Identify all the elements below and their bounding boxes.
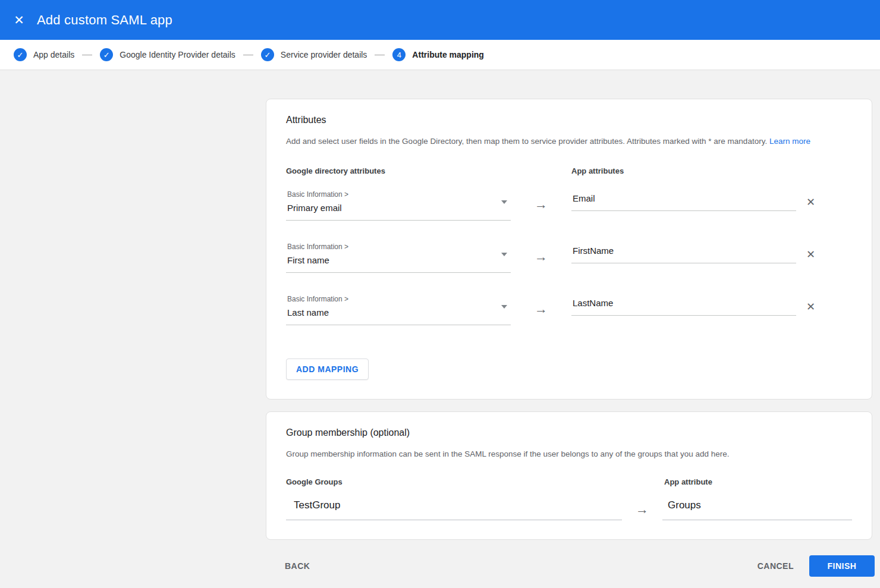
step-attribute-mapping[interactable]: 4 Attribute mapping	[392, 48, 484, 61]
main-content: Attributes Add and select user fields in…	[0, 70, 880, 588]
map-arrow-icon: →	[511, 292, 571, 317]
app-attribute-input[interactable]	[571, 241, 796, 263]
group-mapping-row: →	[286, 496, 852, 520]
group-column-headers: Google Groups App attribute	[286, 477, 852, 486]
dropdown-arrow-icon[interactable]	[501, 253, 507, 256]
app-attribute-field	[571, 292, 796, 316]
app-attribute-input[interactable]	[571, 188, 796, 211]
select-category-label: Basic Information >	[287, 190, 496, 199]
finish-button[interactable]: FINISH	[809, 555, 875, 577]
google-directory-attributes-header: Google directory attributes	[286, 166, 571, 175]
step-complete-check-icon: ✓	[261, 48, 274, 61]
step-complete-check-icon: ✓	[14, 48, 27, 61]
mapping-row: Basic Information > First name → ✕	[286, 240, 852, 273]
group-card-description: Group membership information can be sent…	[286, 448, 852, 460]
add-mapping-button[interactable]: ADD MAPPING	[286, 359, 369, 380]
map-arrow-icon: →	[622, 496, 662, 517]
select-value: Last name	[287, 307, 496, 317]
dropdown-arrow-icon[interactable]	[501, 200, 507, 204]
map-arrow-icon: →	[511, 187, 571, 212]
attributes-card-description: Add and select user fields in the Google…	[286, 136, 852, 147]
step-label: App details	[33, 50, 74, 59]
directory-attribute-select[interactable]: Basic Information > First name	[286, 240, 511, 273]
back-button[interactable]: BACK	[280, 556, 315, 576]
step-label: Google Identity Provider details	[120, 50, 235, 59]
select-value: First name	[287, 255, 496, 265]
step-service-provider-details[interactable]: ✓ Service provider details	[261, 48, 367, 61]
page-title: Add custom SAML app	[37, 12, 172, 28]
mapping-row: Basic Information > Primary email → ✕	[286, 187, 852, 221]
group-membership-card: Group membership (optional) Group member…	[266, 411, 872, 540]
remove-mapping-icon[interactable]: ✕	[806, 292, 815, 313]
attributes-card-title: Attributes	[286, 115, 852, 125]
footer-actions: BACK CANCEL FINISH	[266, 555, 875, 577]
step-label: Attribute mapping	[412, 50, 484, 59]
remove-mapping-icon[interactable]: ✕	[806, 187, 815, 209]
attributes-card: Attributes Add and select user fields in…	[266, 99, 872, 400]
step-separator	[375, 55, 385, 55]
app-attribute-input[interactable]	[571, 293, 796, 316]
step-label: Service provider details	[281, 50, 367, 59]
learn-more-link[interactable]: Learn more	[769, 137, 810, 146]
app-bar: ✕ Add custom SAML app	[0, 0, 880, 40]
select-category-label: Basic Information >	[287, 243, 496, 251]
close-icon[interactable]: ✕	[11, 12, 27, 29]
attributes-description-text: Add and select user fields in the Google…	[286, 137, 767, 146]
app-attribute-field	[571, 240, 796, 263]
group-app-attribute-field	[662, 496, 852, 520]
google-groups-header: Google Groups	[286, 477, 664, 486]
wizard-stepper: ✓ App details ✓ Google Identity Provider…	[0, 40, 880, 70]
step-number-badge: 4	[392, 48, 406, 61]
dropdown-arrow-icon[interactable]	[501, 305, 507, 309]
select-category-label: Basic Information >	[287, 295, 496, 303]
step-separator	[243, 55, 253, 55]
directory-attribute-select[interactable]: Basic Information > Primary email	[286, 187, 511, 221]
remove-mapping-icon[interactable]: ✕	[806, 240, 815, 261]
group-app-attribute-input[interactable]	[662, 496, 852, 520]
app-attribute-header: App attribute	[664, 477, 712, 486]
select-value: Primary email	[287, 203, 496, 213]
google-groups-input[interactable]	[286, 496, 622, 520]
directory-attribute-select[interactable]: Basic Information > Last name	[286, 292, 511, 325]
step-app-details[interactable]: ✓ App details	[14, 48, 74, 61]
map-arrow-icon: →	[511, 240, 571, 265]
mapping-column-headers: Google directory attributes App attribut…	[286, 166, 852, 175]
mapping-row: Basic Information > Last name → ✕	[286, 292, 852, 325]
cancel-button[interactable]: CANCEL	[753, 556, 799, 576]
group-card-title: Group membership (optional)	[286, 427, 852, 438]
app-attributes-header: App attributes	[571, 166, 624, 175]
step-separator	[82, 55, 92, 55]
google-groups-field	[286, 496, 622, 520]
step-complete-check-icon: ✓	[100, 48, 113, 61]
app-attribute-field	[571, 187, 796, 211]
step-google-idp-details[interactable]: ✓ Google Identity Provider details	[100, 48, 235, 61]
